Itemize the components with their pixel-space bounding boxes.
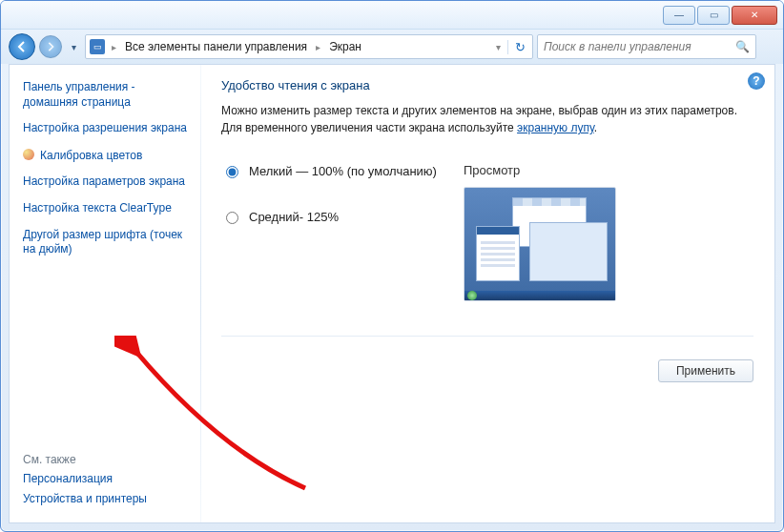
page-title: Удобство чтения с экрана [221, 78, 753, 92]
chevron-right-icon: ▸ [109, 42, 119, 52]
content-area: Панель управления - домашняя страница На… [9, 64, 775, 523]
monitor-icon: ▭ [90, 39, 105, 54]
sidebar-item-calibration[interactable]: Калибровка цветов [23, 148, 191, 164]
apply-row: Применить [221, 336, 753, 382]
desc-tail: . [594, 121, 597, 134]
breadcrumb[interactable]: ▭ ▸ Все элементы панели управления ▸ Экр… [85, 34, 533, 59]
back-button[interactable] [9, 33, 35, 60]
main-panel: ? Удобство чтения с экрана Можно изменит… [200, 65, 774, 522]
radio-small-100[interactable]: Мелкий — 100% (по умолчанию) [221, 163, 437, 178]
radio-small-100-input[interactable] [226, 166, 238, 178]
sidebar-item-custom-dpi[interactable]: Другой размер шрифта (точек на дюйм) [23, 228, 191, 257]
sidebar: Панель управления - домашняя страница На… [10, 65, 200, 522]
scaling-options: Мелкий — 100% (по умолчанию) Средний- 12… [221, 163, 753, 301]
sidebar-item-home[interactable]: Панель управления - домашняя страница [23, 80, 191, 110]
sidebar-item-devices-printers[interactable]: Устройства и принтеры [23, 492, 191, 507]
close-button[interactable]: ✕ [732, 6, 777, 25]
page-description: Можно изменить размер текста и других эл… [221, 102, 753, 136]
preview-desktop [464, 188, 615, 300]
search-icon: 🔍 [735, 40, 750, 53]
breadcrumb-seg-all-items[interactable]: Все элементы панели управления [119, 35, 313, 58]
preview-image [464, 187, 616, 301]
preview-window-icon [529, 222, 608, 281]
magnifier-link[interactable]: экранную лупу [517, 121, 594, 134]
sidebar-item-display-params[interactable]: Настройка параметров экрана [23, 174, 191, 190]
preview-label: Просмотр [464, 163, 616, 177]
chevron-down-icon[interactable]: ▾ [493, 42, 504, 52]
breadcrumb-seg-display[interactable]: Экран [323, 35, 367, 58]
radio-medium-125-input[interactable] [226, 212, 238, 224]
sidebar-item-resolution[interactable]: Настройка разрешения экрана [23, 121, 191, 136]
radio-medium-125[interactable]: Средний- 125% [221, 209, 437, 224]
address-bar: ▾ ▭ ▸ Все элементы панели управления ▸ Э… [1, 30, 783, 64]
control-panel-window: — ▭ ✕ ▾ ▭ ▸ Все элементы панели управлен… [0, 0, 784, 532]
preview-column: Просмотр [464, 163, 616, 301]
help-button[interactable]: ? [748, 72, 765, 90]
titlebar: — ▭ ✕ [1, 1, 783, 30]
history-dropdown[interactable]: ▾ [66, 42, 81, 52]
preview-taskbar-icon [464, 291, 615, 300]
search-placeholder: Поиск в панели управления [544, 40, 691, 53]
sidebar-item-cleartype[interactable]: Настройка текста ClearType [23, 201, 191, 216]
preview-window-icon [476, 226, 520, 281]
desc-text: Можно изменить размер текста и других эл… [221, 104, 737, 134]
sidebar-item-personalization[interactable]: Персонализация [23, 472, 191, 487]
chevron-right-icon: ▸ [313, 42, 323, 52]
radio-column: Мелкий — 100% (по умолчанию) Средний- 12… [221, 163, 437, 301]
refresh-button[interactable]: ↻ [507, 40, 532, 54]
maximize-button[interactable]: ▭ [697, 6, 730, 25]
minimize-button[interactable]: — [663, 6, 695, 25]
see-also-group: См. также Персонализация Устройства и пр… [23, 449, 191, 513]
search-input[interactable]: Поиск в панели управления 🔍 [537, 34, 756, 59]
see-also-header: См. также [23, 453, 191, 466]
radio-small-100-label: Мелкий — 100% (по умолчанию) [249, 164, 437, 178]
forward-button[interactable] [39, 35, 62, 58]
apply-button[interactable]: Применить [658, 359, 753, 382]
radio-medium-125-label: Средний- 125% [249, 210, 339, 224]
